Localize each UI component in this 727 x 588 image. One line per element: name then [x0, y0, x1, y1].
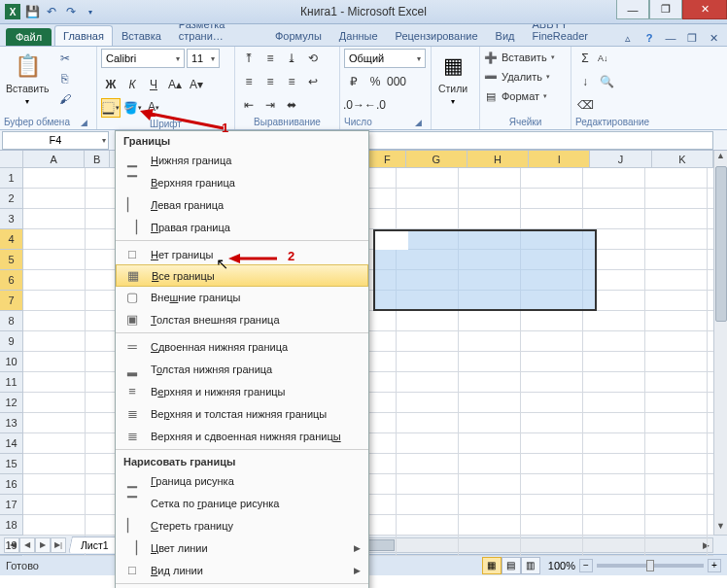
zoom-out-icon[interactable]: − [579, 559, 593, 572]
cut-icon[interactable]: ✂ [55, 49, 75, 68]
mdi-minimize-icon[interactable]: — [663, 30, 678, 46]
close-button[interactable]: ✕ [682, 0, 727, 19]
borders-menu-item[interactable]: ▂Толстая нижняя граница [116, 358, 368, 380]
number-launcher-icon[interactable]: ◢ [415, 118, 425, 127]
zoom-slider[interactable] [597, 564, 704, 568]
sort-filter-icon[interactable]: A↓ [597, 49, 609, 68]
comma-icon[interactable]: 000 [387, 72, 406, 91]
row-header[interactable]: 15 [0, 454, 22, 474]
tab-review[interactable]: Рецензирование [387, 25, 487, 46]
grow-font-icon[interactable]: A▴ [165, 75, 185, 94]
borders-menu-item[interactable]: ▁Нижняя граница [116, 149, 368, 171]
italic-button[interactable]: К [122, 75, 142, 94]
borders-menu-item[interactable]: ▏Стереть границу [116, 514, 368, 536]
styles-button[interactable]: ▦ Стили ▾ [435, 49, 470, 108]
delete-cells-button[interactable]: ➖Удалить▾ [484, 68, 555, 86]
find-select-icon[interactable]: 🔍 [597, 72, 616, 91]
row-header[interactable]: 6 [0, 270, 22, 291]
select-all-corner[interactable] [0, 151, 23, 168]
tab-formulas[interactable]: Формулы [266, 25, 330, 46]
increase-decimal-icon[interactable]: .0→ [344, 95, 364, 115]
autosum-icon[interactable]: Σ [575, 49, 595, 68]
borders-button[interactable]: ▾ [101, 98, 121, 118]
insert-cells-button[interactable]: ➕Вставить▾ [484, 49, 555, 66]
format-cells-button[interactable]: ▤Формат▾ [484, 87, 555, 105]
decrease-indent-icon[interactable]: ⇤ [239, 95, 259, 115]
maximize-button[interactable]: ❐ [649, 0, 682, 19]
copy-icon[interactable]: ⎘ [55, 69, 75, 88]
number-format-combo[interactable]: Общий▾ [344, 49, 426, 68]
align-right-icon[interactable]: ≡ [282, 72, 301, 91]
borders-menu-item[interactable]: ═Сдвоенная нижняя граница [116, 335, 368, 358]
row-header[interactable]: 3 [0, 209, 22, 229]
chevron-down-icon[interactable]: ▾ [82, 3, 99, 20]
row-header[interactable]: 9 [0, 331, 22, 352]
increase-indent-icon[interactable]: ⇥ [260, 95, 280, 115]
tab-view[interactable]: Вид [487, 25, 524, 46]
borders-menu-item[interactable]: ≣Верхняя и толстая нижняя границы [116, 402, 368, 425]
row-header[interactable]: 2 [0, 189, 22, 209]
col-header[interactable]: K [652, 151, 713, 167]
accounting-icon[interactable]: ₽ [344, 72, 364, 91]
col-header[interactable]: A [23, 151, 85, 167]
borders-menu-item[interactable]: ▦Все границы [116, 264, 368, 287]
clipboard-launcher-icon[interactable]: ◢ [81, 118, 90, 127]
view-normal-icon[interactable]: ▦ [482, 557, 502, 574]
excel-app-icon[interactable]: X [4, 3, 21, 20]
row-header[interactable]: 11 [0, 372, 22, 393]
percent-icon[interactable]: % [365, 72, 385, 91]
borders-menu-item[interactable]: ▕Правая граница [116, 216, 368, 238]
col-header[interactable]: B [85, 151, 110, 167]
borders-menu-item[interactable]: ▢Внешние границы [116, 286, 368, 308]
minimize-button[interactable]: — [616, 0, 649, 19]
col-header[interactable]: G [406, 151, 467, 167]
zoom-in-icon[interactable]: + [708, 559, 721, 572]
row-header[interactable]: 17 [0, 495, 22, 515]
row-header[interactable]: 8 [0, 311, 22, 331]
fill-color-icon[interactable]: 🪣▾ [122, 98, 142, 118]
align-left-icon[interactable]: ≡ [239, 72, 259, 91]
wrap-text-icon[interactable]: ↩ [303, 72, 323, 91]
view-page-break-icon[interactable]: ▥ [521, 557, 540, 574]
col-header[interactable]: I [529, 151, 590, 167]
help-icon[interactable]: ? [641, 30, 657, 46]
col-header[interactable]: H [467, 151, 529, 167]
row-header[interactable]: 12 [0, 393, 22, 413]
decrease-decimal-icon[interactable]: ←.0 [365, 95, 385, 115]
tab-data[interactable]: Данные [330, 25, 387, 46]
align-bottom-icon[interactable]: ⤓ [282, 49, 301, 68]
save-icon[interactable]: 💾 [23, 3, 41, 20]
merge-center-icon[interactable]: ⬌ [282, 95, 301, 115]
format-painter-icon[interactable]: 🖌 [55, 89, 75, 109]
scroll-down-icon[interactable]: ▼ [716, 521, 725, 535]
name-box[interactable]: F4▾ [2, 131, 109, 150]
bold-button[interactable]: Ж [101, 75, 121, 94]
mdi-close-icon[interactable]: ✕ [706, 30, 721, 46]
borders-menu-item[interactable]: ▔Верхняя граница [116, 171, 368, 193]
align-middle-icon[interactable]: ≡ [260, 49, 280, 68]
view-page-layout-icon[interactable]: ▤ [502, 557, 521, 574]
font-size-combo[interactable]: 11▾ [187, 49, 220, 68]
vertical-scrollbar[interactable]: ▲ ▼ [713, 151, 727, 535]
redo-icon[interactable]: ↷ [62, 3, 80, 20]
borders-menu-item[interactable]: ▔Сетка по границе рисунка [116, 492, 368, 514]
align-center-icon[interactable]: ≡ [260, 72, 280, 91]
borders-menu-item[interactable]: ≡Верхняя и нижняя границы [116, 380, 368, 402]
row-header[interactable]: 5 [0, 250, 22, 270]
paste-button[interactable]: 📋 Вставить ▾ [4, 49, 52, 108]
borders-menu-item[interactable]: ▁Граница рисунка [116, 469, 368, 492]
undo-icon[interactable]: ↶ [43, 3, 60, 20]
sheet-tab[interactable]: Лист1 [68, 536, 121, 553]
row-header[interactable]: 16 [0, 474, 22, 495]
borders-menu-item[interactable]: ▕Цвет линии▶ [116, 536, 368, 559]
row-header[interactable]: 13 [0, 413, 22, 433]
row-header[interactable]: 10 [0, 352, 22, 372]
minimize-ribbon-icon[interactable]: ▵ [620, 30, 636, 46]
zoom-level[interactable]: 100% [548, 560, 575, 571]
scroll-up-icon[interactable]: ▲ [716, 151, 725, 164]
row-header[interactable]: 14 [0, 433, 22, 454]
col-header[interactable]: F [369, 151, 406, 167]
borders-menu-item[interactable]: ▣Толстая внешняя граница [116, 308, 368, 330]
col-header[interactable]: J [590, 151, 651, 167]
font-name-combo[interactable]: Calibri▾ [101, 49, 185, 68]
